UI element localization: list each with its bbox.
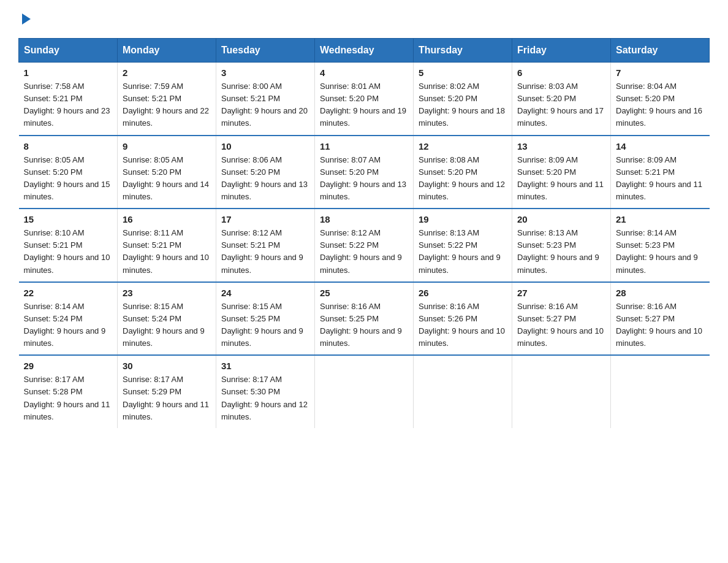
sunrise-label: Sunrise: (419, 302, 448, 311)
col-header-thursday: Thursday (414, 39, 512, 63)
day-info: Sunrise: 8:09 AM Sunset: 5:21 PM Dayligh… (616, 154, 705, 204)
page-header (18, 12, 710, 26)
day-cell: 6 Sunrise: 8:03 AM Sunset: 5:20 PM Dayli… (512, 63, 611, 136)
day-info: Sunrise: 8:12 AM Sunset: 5:21 PM Dayligh… (221, 227, 309, 277)
day-info: Sunrise: 8:10 AM Sunset: 5:21 PM Dayligh… (24, 227, 113, 277)
day-info: Sunrise: 8:15 AM Sunset: 5:24 PM Dayligh… (123, 301, 211, 350)
daylight-label: Daylight: (320, 253, 351, 262)
calendar-table: SundayMondayTuesdayWednesdayThursdayFrid… (18, 38, 710, 428)
day-number: 1 (24, 67, 113, 78)
sunrise-label: Sunrise: (320, 302, 349, 311)
day-number: 2 (123, 67, 211, 78)
week-row-4: 22 Sunrise: 8:14 AM Sunset: 5:24 PM Dayl… (19, 282, 710, 356)
daylight-label: Daylight: (221, 326, 252, 335)
day-info: Sunrise: 8:15 AM Sunset: 5:25 PM Dayligh… (221, 301, 309, 350)
day-cell: 28 Sunrise: 8:16 AM Sunset: 5:27 PM Dayl… (611, 282, 710, 356)
daylight-label: Daylight: (123, 326, 154, 335)
sunrise-label: Sunrise: (221, 228, 251, 237)
day-info: Sunrise: 8:02 AM Sunset: 5:20 PM Dayligh… (419, 80, 507, 130)
week-row-3: 15 Sunrise: 8:10 AM Sunset: 5:21 PM Dayl… (19, 209, 710, 282)
sunset-label: Sunset: (320, 94, 347, 103)
sunset-label: Sunset: (320, 314, 347, 323)
day-info: Sunrise: 8:16 AM Sunset: 5:27 PM Dayligh… (616, 301, 705, 350)
sunset-label: Sunset: (221, 167, 248, 177)
day-cell: 7 Sunrise: 8:04 AM Sunset: 5:20 PM Dayli… (611, 63, 710, 136)
day-number: 24 (221, 288, 309, 298)
sunrise-label: Sunrise: (123, 228, 152, 237)
day-cell (414, 355, 512, 428)
day-cell: 3 Sunrise: 8:00 AM Sunset: 5:21 PM Dayli… (216, 63, 315, 136)
day-info: Sunrise: 8:05 AM Sunset: 5:20 PM Dayligh… (24, 154, 113, 204)
daylight-label: Daylight: (320, 180, 351, 189)
day-info: Sunrise: 8:14 AM Sunset: 5:24 PM Dayligh… (24, 301, 113, 350)
sunset-label: Sunset: (24, 314, 51, 323)
col-header-wednesday: Wednesday (315, 39, 414, 63)
sunrise-label: Sunrise: (24, 302, 53, 311)
svg-marker-0 (22, 13, 31, 25)
day-cell: 18 Sunrise: 8:12 AM Sunset: 5:22 PM Dayl… (315, 209, 414, 282)
daylight-label: Daylight: (221, 106, 252, 115)
sunset-label: Sunset: (419, 314, 446, 323)
daylight-label: Daylight: (517, 180, 548, 189)
day-number: 26 (419, 288, 507, 298)
col-header-sunday: Sunday (19, 39, 118, 63)
sunrise-label: Sunrise: (123, 82, 152, 91)
sunrise-label: Sunrise: (221, 155, 251, 164)
logo (18, 12, 33, 26)
daylight-label: Daylight: (419, 326, 450, 335)
sunset-label: Sunset: (320, 167, 347, 177)
daylight-label: Daylight: (123, 180, 154, 189)
daylight-label: Daylight: (616, 326, 647, 335)
daylight-label: Daylight: (24, 326, 55, 335)
sunset-label: Sunset: (221, 314, 248, 323)
daylight-label: Daylight: (616, 253, 647, 262)
daylight-label: Daylight: (221, 400, 252, 409)
sunset-label: Sunset: (517, 167, 544, 177)
day-cell: 14 Sunrise: 8:09 AM Sunset: 5:21 PM Dayl… (611, 136, 710, 209)
day-number: 6 (517, 67, 605, 78)
sunset-label: Sunset: (616, 240, 643, 250)
day-cell: 4 Sunrise: 8:01 AM Sunset: 5:20 PM Dayli… (315, 63, 414, 136)
day-number: 5 (419, 67, 507, 78)
sunrise-label: Sunrise: (24, 82, 53, 91)
daylight-label: Daylight: (221, 180, 252, 189)
sunset-label: Sunset: (419, 94, 446, 103)
header-row: SundayMondayTuesdayWednesdayThursdayFrid… (19, 39, 710, 63)
day-number: 16 (123, 214, 211, 224)
daylight-label: Daylight: (221, 253, 252, 262)
daylight-label: Daylight: (517, 106, 548, 115)
day-number: 20 (517, 214, 605, 224)
sunrise-label: Sunrise: (616, 228, 645, 237)
sunset-label: Sunset: (123, 167, 150, 177)
day-cell: 5 Sunrise: 8:02 AM Sunset: 5:20 PM Dayli… (414, 63, 512, 136)
sunrise-label: Sunrise: (517, 155, 547, 164)
daylight-label: Daylight: (123, 253, 154, 262)
day-number: 28 (616, 288, 705, 298)
sunrise-label: Sunrise: (320, 228, 349, 237)
sunset-label: Sunset: (419, 167, 446, 177)
daylight-label: Daylight: (419, 253, 450, 262)
week-row-2: 8 Sunrise: 8:05 AM Sunset: 5:20 PM Dayli… (19, 136, 710, 209)
day-info: Sunrise: 8:14 AM Sunset: 5:23 PM Dayligh… (616, 227, 705, 277)
sunset-label: Sunset: (123, 314, 150, 323)
day-cell: 13 Sunrise: 8:09 AM Sunset: 5:20 PM Dayl… (512, 136, 611, 209)
sunset-label: Sunset: (221, 240, 248, 250)
day-info: Sunrise: 7:59 AM Sunset: 5:21 PM Dayligh… (123, 80, 211, 130)
day-number: 3 (221, 67, 309, 78)
day-info: Sunrise: 8:16 AM Sunset: 5:26 PM Dayligh… (419, 301, 507, 350)
day-number: 22 (24, 288, 113, 298)
sunrise-label: Sunrise: (123, 375, 152, 384)
day-info: Sunrise: 8:03 AM Sunset: 5:20 PM Dayligh… (517, 80, 605, 130)
col-header-monday: Monday (118, 39, 216, 63)
day-number: 27 (517, 288, 605, 298)
day-info: Sunrise: 8:00 AM Sunset: 5:21 PM Dayligh… (221, 80, 309, 130)
sunset-label: Sunset: (221, 94, 248, 103)
day-cell: 30 Sunrise: 8:17 AM Sunset: 5:29 PM Dayl… (118, 355, 216, 428)
sunrise-label: Sunrise: (221, 375, 251, 384)
sunrise-label: Sunrise: (24, 375, 53, 384)
day-cell (611, 355, 710, 428)
logo-arrow-icon (20, 12, 33, 26)
day-cell: 10 Sunrise: 8:06 AM Sunset: 5:20 PM Dayl… (216, 136, 315, 209)
day-info: Sunrise: 8:16 AM Sunset: 5:27 PM Dayligh… (517, 301, 605, 350)
daylight-label: Daylight: (320, 326, 351, 335)
